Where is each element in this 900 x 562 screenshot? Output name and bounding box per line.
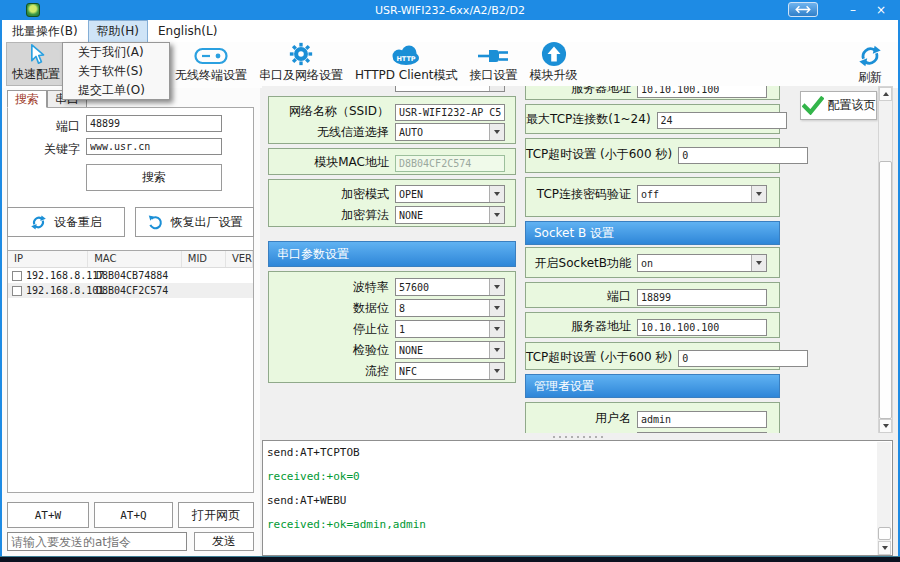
server-a-input[interactable]	[637, 86, 767, 98]
scroll-up-button[interactable]	[879, 87, 892, 101]
mode-combo-cutoff[interactable]	[395, 86, 505, 92]
encryption-panel: 加密模式 OPEN 加密算法 NONE	[268, 179, 516, 227]
atq-button[interactable]: AT+Q	[94, 502, 173, 528]
col-ver[interactable]: VER	[226, 251, 253, 267]
tcp-timeout-b-input[interactable]	[678, 350, 808, 367]
server-b-panel: 服务器地址	[525, 312, 780, 338]
ssid-input[interactable]	[395, 104, 505, 121]
open-webpage-button[interactable]: 打开网页	[178, 502, 254, 528]
factory-reset-button[interactable]: 恢复出厂设置	[135, 207, 254, 237]
table-row[interactable]: 192.168.8.117 D8B04CB74884	[8, 268, 253, 283]
restart-icon	[30, 214, 47, 231]
chevron-down-icon[interactable]	[751, 186, 766, 202]
flow-select[interactable]: NFC	[395, 362, 505, 380]
parity-label: 检验位	[269, 342, 395, 359]
atw-button[interactable]: AT+W	[7, 502, 89, 528]
row-checkbox[interactable]	[12, 286, 22, 296]
svg-text:HTTP: HTTP	[397, 55, 416, 63]
enc-algo-select[interactable]: NONE	[395, 206, 505, 224]
log-scrollbar[interactable]	[877, 442, 891, 555]
device-table: IP MAC MID VER 192.168.8.117 D8B04CB7488…	[7, 250, 254, 493]
admin-header: 管理者设置	[525, 374, 780, 398]
chevron-down-icon[interactable]	[751, 255, 766, 271]
username-input[interactable]	[637, 411, 767, 428]
ssid-label: 网络名称（SSID）	[269, 103, 395, 120]
stopbits-select[interactable]: 1	[395, 320, 505, 338]
minimize-button[interactable]: –	[840, 0, 866, 19]
menu-english[interactable]: English(L)	[150, 22, 225, 40]
max-tcp-input[interactable]	[657, 112, 787, 129]
help-dropdown-menu: 关于我们(A) 关于软件(S) 提交工单(O)	[62, 42, 170, 100]
mac-label: 模块MAC地址	[269, 154, 395, 171]
port-b-label: 端口	[526, 288, 637, 305]
socketb-enable-select[interactable]: on	[637, 254, 767, 272]
chevron-down-icon[interactable]	[489, 363, 504, 379]
chevron-down-icon[interactable]	[489, 86, 504, 91]
baud-select[interactable]: 57600	[395, 278, 505, 296]
databits-select[interactable]: 8	[395, 299, 505, 317]
socketb-enable-label: 开启SocketB功能	[526, 255, 637, 272]
tab-search[interactable]: 搜索	[7, 90, 47, 108]
server-b-input[interactable]	[637, 319, 767, 336]
col-ip[interactable]: IP	[8, 251, 88, 267]
toolbar-module-upgrade[interactable]: 模块升级	[525, 42, 583, 86]
toolbar-interface-settings[interactable]: 接口设置	[465, 42, 523, 86]
serial-params-header: 串口参数设置	[268, 241, 516, 267]
port-b-input[interactable]	[637, 289, 767, 306]
scroll-down-button[interactable]	[878, 541, 891, 555]
device-restart-button[interactable]: 设备重启	[7, 207, 125, 237]
menu-help[interactable]: 帮助(H)	[88, 20, 148, 43]
enc-mode-label: 加密模式	[269, 186, 395, 203]
menu-item-about-us[interactable]: 关于我们(A)	[63, 43, 169, 62]
resize-button[interactable]	[788, 2, 818, 17]
col-mid[interactable]: MID	[182, 251, 226, 267]
apply-page-button[interactable]: 配置该页	[800, 91, 877, 120]
app-window: USR-WIFI232-6xx/A2/B2/D2 – × 批量操作(B) 帮助(…	[0, 0, 900, 562]
scrollbar-thumb[interactable]	[878, 527, 891, 540]
send-button[interactable]: 发送	[194, 532, 254, 551]
chevron-down-icon[interactable]	[489, 321, 504, 337]
factory-reset-icon	[147, 214, 164, 231]
at-command-input[interactable]	[7, 532, 187, 551]
toolbar-httpd-client[interactable]: HTTP HTTPD Client模式	[350, 42, 463, 86]
close-button[interactable]: ×	[868, 0, 894, 19]
row-checkbox[interactable]	[12, 271, 22, 281]
table-row[interactable]: 192.168.8.101 D8B04CF2C574	[8, 283, 253, 298]
max-tcp-panel: 最大TCP连接数(1~24)	[525, 104, 780, 134]
menu-batch[interactable]: 批量操作(B)	[4, 21, 86, 42]
toolbar-quick-config[interactable]: 快速配置	[6, 42, 66, 86]
config-scrollbar[interactable]	[878, 86, 893, 433]
toolbar-serial-network[interactable]: 串口及网络设置	[254, 42, 348, 86]
col-mac[interactable]: MAC	[88, 251, 182, 267]
parity-select[interactable]: NONE	[395, 341, 505, 359]
chevron-down-icon[interactable]	[489, 279, 504, 295]
port-input[interactable]	[86, 115, 222, 132]
ssid-panel: 网络名称（SSID） 无线信道选择 AUTO	[268, 96, 516, 144]
window-title: USR-WIFI232-6xx/A2/B2/D2	[0, 4, 900, 17]
toolbar-wireless-terminal[interactable]: 无线终端设置	[170, 42, 252, 86]
chevron-down-icon[interactable]	[489, 186, 504, 202]
chevron-down-icon[interactable]	[489, 207, 504, 223]
chevron-down-icon[interactable]	[489, 300, 504, 316]
menu-item-submit-ticket[interactable]: 提交工单(O)	[63, 81, 169, 100]
scroll-down-button[interactable]	[879, 419, 892, 433]
tcp-password-select[interactable]: off	[637, 185, 767, 203]
scrollbar-thumb[interactable]	[879, 161, 892, 419]
left-panel: 搜索 串口 端口 关键字 搜索 设备重启 恢复出厂设置 IP MAC MID V…	[2, 88, 260, 556]
tcp-timeout-a-panel: TCP超时设置 (小于600 秒)	[525, 138, 780, 173]
flow-label: 流控	[269, 363, 395, 380]
taskbar-strip	[0, 556, 900, 562]
menubar: 批量操作(B) 帮助(H) English(L)	[2, 20, 898, 42]
search-button[interactable]: 搜索	[86, 164, 222, 191]
toolbar-refresh[interactable]: 刷新	[852, 44, 888, 88]
chevron-down-icon[interactable]	[489, 124, 504, 140]
channel-select[interactable]: AUTO	[395, 123, 505, 141]
menu-item-about-software[interactable]: 关于软件(S)	[63, 62, 169, 81]
config-area: 网络名称（SSID） 无线信道选择 AUTO 模块MAC地址 加密模式	[262, 86, 893, 433]
chevron-down-icon[interactable]	[489, 342, 504, 358]
splitter-handle[interactable]	[262, 433, 893, 440]
keyword-input[interactable]	[86, 138, 222, 155]
log-area[interactable]: send:AT+TCPTOB received:+ok=0 send:AT+WE…	[262, 440, 893, 556]
tcp-timeout-a-input[interactable]	[678, 147, 808, 164]
enc-mode-select[interactable]: OPEN	[395, 185, 505, 203]
